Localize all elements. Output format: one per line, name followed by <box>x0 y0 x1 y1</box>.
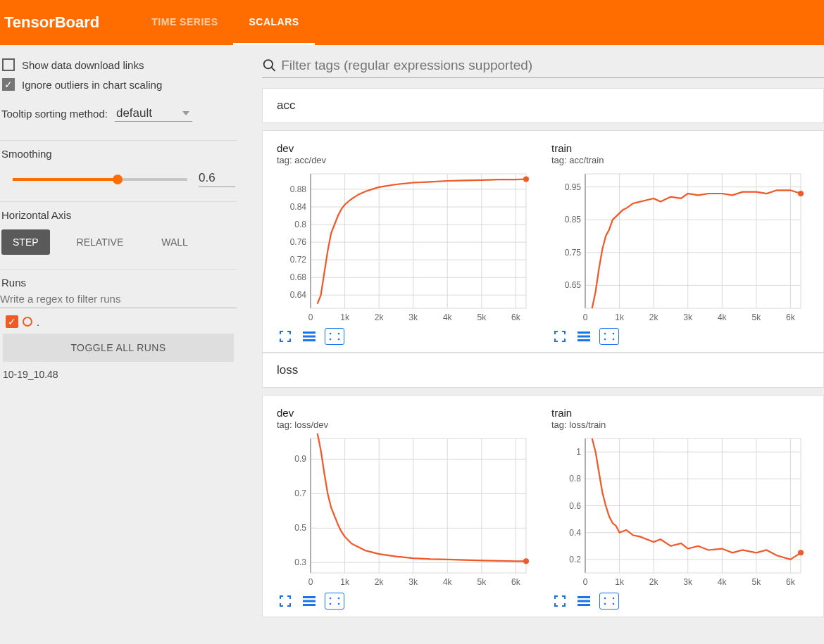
svg-text:0.3: 0.3 <box>294 557 306 567</box>
svg-text:0.9: 0.9 <box>294 454 306 464</box>
list-icon[interactable] <box>301 328 318 345</box>
svg-rect-132 <box>578 600 590 602</box>
svg-text:0.88: 0.88 <box>290 184 307 194</box>
fit-domain-icon[interactable] <box>325 593 344 610</box>
tab-time-series[interactable]: TIME SERIES <box>136 0 233 45</box>
svg-text:1k: 1k <box>615 577 625 587</box>
svg-point-101 <box>338 598 340 600</box>
svg-point-102 <box>330 603 332 605</box>
svg-text:0.76: 0.76 <box>290 237 307 247</box>
tag-filter-input[interactable] <box>281 58 824 73</box>
svg-text:0.75: 0.75 <box>565 248 582 258</box>
checkbox-checked-icon[interactable]: ✓ <box>2 78 15 91</box>
svg-point-18 <box>523 177 529 182</box>
checkbox-unchecked-icon[interactable] <box>2 58 15 71</box>
svg-text:5k: 5k <box>752 312 762 322</box>
svg-text:0.85: 0.85 <box>565 215 582 225</box>
svg-text:0: 0 <box>308 577 313 587</box>
svg-text:0: 0 <box>308 312 313 322</box>
expand-icon[interactable] <box>277 328 294 345</box>
svg-text:0.64: 0.64 <box>290 290 307 300</box>
svg-text:3k: 3k <box>408 312 418 322</box>
charts-row-acc: dev tag: acc/dev 01k2k3k4k5k6k0.640.680.… <box>262 130 824 353</box>
svg-rect-84 <box>311 438 526 573</box>
tooltip-sort-select[interactable]: default <box>115 106 192 122</box>
svg-point-68 <box>604 333 606 335</box>
svg-rect-133 <box>578 604 590 606</box>
fit-domain-icon[interactable] <box>599 328 619 345</box>
section-header-loss[interactable]: loss <box>262 353 824 388</box>
list-icon[interactable] <box>575 593 592 610</box>
ignore-outliers-row[interactable]: ✓ Ignore outliers in chart scaling <box>0 75 237 94</box>
chart-title: dev <box>277 407 532 419</box>
app-brand: TensorBoard <box>4 13 99 32</box>
expand-icon[interactable] <box>551 593 568 610</box>
svg-point-103 <box>338 603 340 605</box>
svg-text:0.95: 0.95 <box>565 182 582 192</box>
svg-text:1k: 1k <box>340 577 350 587</box>
smoothing-value-input[interactable]: 0.6 <box>199 171 235 187</box>
svg-rect-65 <box>578 332 590 334</box>
chart-acc-dev: dev tag: acc/dev 01k2k3k4k5k6k0.640.680.… <box>277 142 532 345</box>
svg-line-1 <box>271 68 275 71</box>
smoothing-slider[interactable] <box>13 178 187 181</box>
svg-text:5k: 5k <box>752 577 762 587</box>
charts-row-loss: dev tag: loss/dev 01k2k3k4k5k6k0.30.50.7… <box>262 395 824 617</box>
search-icon <box>262 58 277 73</box>
fit-domain-icon[interactable] <box>325 328 344 345</box>
svg-point-135 <box>613 598 615 600</box>
svg-text:4k: 4k <box>718 312 728 322</box>
svg-text:2k: 2k <box>375 312 385 322</box>
svg-text:4k: 4k <box>443 577 453 587</box>
svg-text:0.4: 0.4 <box>569 528 581 538</box>
svg-text:0.72: 0.72 <box>290 255 307 265</box>
chevron-down-icon <box>182 111 189 115</box>
toggle-all-runs-button[interactable]: TOGGLE ALL RUNS <box>3 334 234 362</box>
svg-point-136 <box>604 603 606 605</box>
chart-loss-train: train tag: loss/train 01k2k3k4k5k6k0.20.… <box>551 407 806 610</box>
svg-rect-17 <box>311 174 526 308</box>
main-content: acc dev tag: acc/dev 01k2k3k4k5k6k0.640.… <box>237 45 824 629</box>
svg-rect-34 <box>303 336 316 338</box>
list-icon[interactable] <box>575 328 592 345</box>
axis-relative-button[interactable]: RELATIVE <box>65 229 135 255</box>
svg-text:6k: 6k <box>511 577 521 587</box>
axis-wall-button[interactable]: WALL <box>150 229 199 255</box>
svg-text:2k: 2k <box>375 577 385 587</box>
svg-text:0.2: 0.2 <box>569 555 581 564</box>
svg-text:3k: 3k <box>683 577 693 587</box>
chart-title: train <box>551 407 806 419</box>
svg-text:0: 0 <box>583 577 588 587</box>
svg-text:0.5: 0.5 <box>294 523 306 533</box>
header-tabs: TIME SERIES SCALARS <box>136 0 314 45</box>
svg-text:2k: 2k <box>649 577 659 587</box>
list-icon[interactable] <box>301 593 318 610</box>
svg-text:1k: 1k <box>340 312 350 322</box>
svg-point-134 <box>604 598 606 600</box>
svg-text:0.6: 0.6 <box>569 501 581 511</box>
smoothing-label: Smoothing <box>0 148 237 160</box>
sidebar: Show data download links ✓ Ignore outlie… <box>0 45 237 629</box>
section-header-acc[interactable]: acc <box>262 88 824 123</box>
svg-text:0.8: 0.8 <box>569 474 581 484</box>
show-download-links-row[interactable]: Show data download links <box>0 55 237 75</box>
svg-rect-67 <box>578 339 590 341</box>
svg-point-38 <box>330 339 332 341</box>
fit-domain-icon[interactable] <box>599 593 619 610</box>
svg-point-137 <box>613 603 615 605</box>
svg-point-100 <box>330 598 332 600</box>
expand-icon[interactable] <box>551 328 568 345</box>
tab-scalars[interactable]: SCALARS <box>233 0 314 45</box>
run-checkbox-icon[interactable]: ✓ <box>6 315 18 328</box>
svg-text:0.65: 0.65 <box>565 280 582 290</box>
chart-loss-dev: dev tag: loss/dev 01k2k3k4k5k6k0.30.50.7… <box>277 407 532 610</box>
axis-step-button[interactable]: STEP <box>1 229 50 255</box>
slider-thumb-icon[interactable] <box>113 175 123 184</box>
runs-filter-input[interactable] <box>0 289 237 308</box>
svg-text:6k: 6k <box>786 312 796 322</box>
chart-tag: tag: acc/dev <box>277 155 532 165</box>
svg-text:0: 0 <box>583 312 588 322</box>
run-row[interactable]: ✓ . <box>0 308 237 331</box>
section-title: acc <box>263 89 823 122</box>
expand-icon[interactable] <box>277 593 294 610</box>
